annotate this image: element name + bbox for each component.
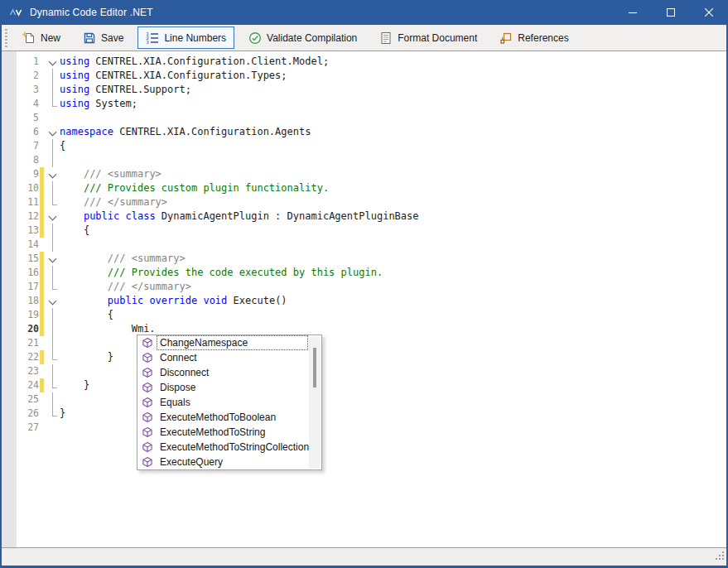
code-line[interactable]: 14 [17, 238, 726, 252]
toolbar-button-label: References [518, 32, 568, 44]
line-number[interactable]: 7 [17, 139, 39, 153]
code-line[interactable]: 10 /// Provides custom plugin functional… [17, 181, 726, 195]
code-line[interactable]: 4using System; [17, 97, 726, 111]
code-line[interactable]: 3using CENTREL.Support; [17, 83, 726, 97]
line-number[interactable]: 23 [17, 364, 39, 378]
code-text: using CENTREL.Support; [60, 83, 191, 97]
line-number[interactable]: 15 [17, 252, 39, 266]
fold-collapse-icon[interactable] [46, 167, 60, 181]
completion-item[interactable]: ExecuteMethodToString [137, 425, 321, 440]
references-button[interactable]: References [491, 26, 576, 49]
completion-item[interactable]: Disconnect [137, 365, 321, 380]
code-line[interactable]: 11 /// </summary> [17, 195, 726, 209]
line-number[interactable]: 6 [17, 125, 39, 139]
fold-guide [46, 336, 60, 350]
line-number[interactable]: 16 [17, 266, 39, 280]
code-line[interactable]: 25 [17, 392, 726, 407]
line-number[interactable]: 24 [17, 378, 39, 392]
code-line[interactable]: 15 /// <summary> [17, 252, 726, 266]
popup-scrollbar[interactable] [309, 336, 321, 469]
fold-collapse-icon[interactable] [46, 294, 60, 308]
code-line[interactable]: 27 [17, 421, 726, 435]
fold-guide [46, 364, 60, 378]
code-line[interactable]: 5 [17, 111, 726, 125]
line-number[interactable]: 20 [17, 322, 39, 336]
line-number[interactable]: 4 [17, 97, 39, 111]
code-line[interactable]: 1using CENTREL.XIA.Configuration.Client.… [17, 55, 726, 69]
completion-item[interactable]: ExecuteMethodToStringCollection [137, 440, 321, 455]
code-line[interactable]: 23 [17, 364, 726, 378]
completion-item[interactable]: ExecuteQuery [137, 455, 321, 469]
format-document-button[interactable]: Format Document [371, 26, 485, 49]
line-number[interactable]: 22 [17, 350, 39, 364]
code-line[interactable]: 24 } [17, 378, 726, 392]
line-number[interactable]: 21 [17, 336, 39, 350]
resize-grip-icon[interactable] [715, 549, 725, 564]
fold-guide [46, 392, 60, 407]
toolbar-button-label: Format Document [398, 32, 477, 44]
fold-collapse-icon[interactable] [46, 209, 60, 224]
line-number[interactable]: 8 [17, 153, 39, 167]
references-icon [499, 31, 513, 45]
completion-item[interactable]: ExecuteMethodToBoolean [137, 410, 321, 425]
popup-scrollbar-thumb[interactable] [313, 348, 316, 387]
line-number[interactable]: 14 [17, 238, 39, 252]
code-line[interactable]: 16 /// Provides the code executed by thi… [17, 266, 726, 280]
line-number[interactable]: 17 [17, 280, 39, 294]
line-number[interactable]: 3 [17, 83, 39, 97]
line-number[interactable]: 11 [17, 195, 39, 209]
line-number[interactable]: 2 [17, 69, 39, 83]
code-line[interactable]: 8 [17, 153, 726, 167]
code-line[interactable]: 26} [17, 407, 726, 421]
toolbar-grip[interactable] [5, 29, 7, 47]
code-line[interactable]: 9 /// <summary> [17, 167, 726, 181]
save-button[interactable]: Save [75, 26, 132, 49]
code-line[interactable]: 21 [17, 336, 726, 350]
line-number[interactable]: 1 [17, 55, 39, 69]
minimize-button[interactable] [614, 0, 652, 25]
line-number[interactable]: 19 [17, 308, 39, 322]
code-line[interactable]: 13 { [17, 224, 726, 238]
completion-item[interactable]: Dispose [137, 380, 321, 395]
completion-item[interactable]: ChangeNamespace [137, 335, 321, 350]
fold-collapse-icon[interactable] [46, 55, 60, 69]
code-line[interactable]: 7{ [17, 139, 726, 153]
code-editor[interactable]: 1using CENTREL.XIA.Configuration.Client.… [2, 51, 726, 547]
method-icon [142, 441, 153, 453]
code-line[interactable]: 22 } [17, 350, 726, 364]
line-number[interactable]: 9 [17, 167, 39, 181]
line-numbers-button[interactable]: 123Line Numbers [137, 26, 234, 49]
change-bar [39, 55, 46, 69]
completion-item[interactable]: Equals [137, 395, 321, 410]
fold-guide [46, 195, 60, 209]
line-number[interactable]: 26 [17, 407, 39, 421]
code-line[interactable]: 20 Wmi. [17, 322, 726, 336]
editor-content[interactable]: 1using CENTREL.XIA.Configuration.Client.… [17, 51, 726, 547]
line-number[interactable]: 27 [17, 421, 39, 435]
code-line[interactable]: 18 public override void Execute() [17, 294, 726, 308]
code-text: using System; [60, 97, 137, 111]
code-line[interactable]: 19 { [17, 308, 726, 322]
line-number[interactable]: 5 [17, 111, 39, 125]
new-button[interactable]: New [14, 26, 69, 49]
line-number[interactable]: 13 [17, 224, 39, 238]
code-text: public class DynamicAgentPlugin : Dynami… [60, 209, 419, 224]
line-number[interactable]: 12 [17, 209, 39, 224]
completion-item[interactable]: Connect [137, 350, 321, 365]
line-number[interactable]: 10 [17, 181, 39, 195]
code-text: /// Provides custom plugin functionality… [60, 181, 329, 195]
fold-collapse-icon[interactable] [46, 125, 60, 139]
maximize-button[interactable] [652, 0, 690, 25]
code-line[interactable]: 2using CENTREL.XIA.Configuration.Types; [17, 69, 726, 83]
change-bar [39, 195, 46, 209]
validate-compilation-button[interactable]: Validate Compilation [240, 26, 365, 49]
close-button[interactable] [690, 0, 728, 25]
fold-collapse-icon[interactable] [46, 252, 60, 266]
line-number[interactable]: 18 [17, 294, 39, 308]
code-line[interactable]: 12 public class DynamicAgentPlugin : Dyn… [17, 209, 726, 224]
code-line[interactable]: 6namespace CENTREL.XIA.Configuration.Age… [17, 125, 726, 139]
code-text: { [60, 139, 65, 153]
fold-guide [46, 224, 60, 238]
line-number[interactable]: 25 [17, 392, 39, 407]
code-line[interactable]: 17 /// </summary> [17, 280, 726, 294]
